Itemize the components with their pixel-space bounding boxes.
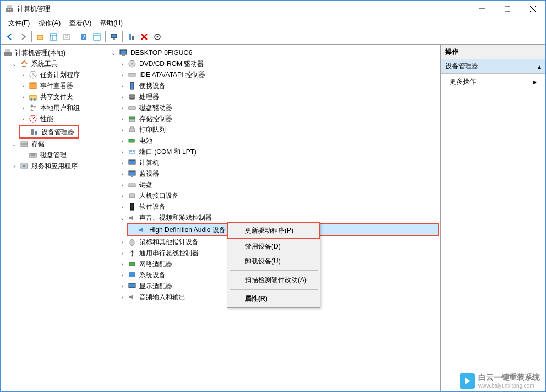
device-monitor[interactable]: ›监视器 (118, 168, 439, 179)
tree-services-apps[interactable]: › 服务和应用程序 (10, 161, 107, 172)
expander-icon[interactable]: › (19, 83, 27, 89)
collapse-arrow-icon: ▴ (538, 63, 541, 70)
up-button[interactable] (34, 31, 46, 43)
svg-rect-37 (21, 142, 28, 144)
disk-icon (29, 151, 37, 159)
minimize-button[interactable] (469, 1, 495, 17)
more-actions-link[interactable]: 更多操作 ▸ (441, 74, 545, 90)
device-ports[interactable]: ›端口 (COM 和 LPT) (118, 146, 439, 157)
close-button[interactable] (520, 1, 545, 17)
device-button[interactable] (125, 31, 137, 43)
svg-rect-57 (129, 129, 135, 132)
device-cpu[interactable]: ›处理器 (118, 91, 439, 102)
device-computer[interactable]: ›计算机 (118, 157, 439, 168)
app-icon (5, 4, 14, 13)
device-battery[interactable]: ›电池 (118, 135, 439, 146)
delete-button[interactable] (138, 31, 150, 43)
display-icon (128, 281, 136, 290)
menu-view[interactable]: 查看(V) (66, 18, 95, 29)
folder-share-icon (29, 92, 37, 101)
expander-icon[interactable]: › (19, 72, 27, 78)
device-print-queue[interactable]: ›打印队列 (118, 124, 439, 135)
tree-system-tools[interactable]: ⌄ 系统工具 (10, 58, 107, 69)
clock-icon (29, 70, 37, 79)
svg-rect-20 (113, 38, 115, 40)
actions-section[interactable]: 设备管理器 ▴ (441, 59, 545, 74)
device-hid[interactable]: ›人机接口设备 (118, 190, 439, 201)
tree-local-users[interactable]: ›本地用户和组 (19, 102, 107, 113)
expander-icon[interactable]: ⌄ (10, 61, 18, 67)
forward-button[interactable] (17, 31, 29, 43)
expander-icon[interactable]: › (19, 116, 27, 122)
expander-icon[interactable]: › (10, 163, 18, 169)
tree-shared-folders[interactable]: ›共享文件夹 (19, 91, 107, 102)
expander-icon[interactable]: ⌄ (118, 215, 126, 221)
speaker-icon (138, 225, 146, 234)
tree-disk-mgmt[interactable]: 磁盘管理 (19, 150, 107, 161)
device-software[interactable]: ›软件设备 (118, 201, 439, 212)
tree-task-scheduler[interactable]: ›任务计划程序 (19, 69, 107, 80)
tree-performance[interactable]: ›性能 (19, 113, 107, 124)
context-update-driver[interactable]: 更新驱动程序(P) (228, 223, 319, 238)
titlebar: 计算机管理 (1, 1, 545, 17)
svg-rect-66 (131, 176, 133, 177)
menu-file[interactable]: 文件(F) (5, 18, 33, 29)
context-disable[interactable]: 禁用设备(D) (228, 239, 319, 254)
menubar: 文件(F) 操作(A) 查看(V) 帮助(H) (1, 17, 545, 29)
svg-rect-61 (129, 150, 135, 153)
svg-rect-59 (129, 139, 134, 142)
expander-icon[interactable]: ⌄ (110, 50, 117, 56)
computer-mgmt-icon (3, 48, 12, 57)
maximize-button[interactable] (495, 1, 520, 17)
scan-button[interactable] (151, 31, 163, 43)
device-keyboard[interactable]: ›键盘 (118, 179, 439, 190)
svg-rect-26 (5, 49, 10, 52)
device-root[interactable]: ⌄ DESKTOP-0FIGUO6 (110, 47, 439, 58)
device-disk-drives[interactable]: ›磁盘驱动器 (118, 102, 439, 113)
context-uninstall[interactable]: 卸载设备(U) (228, 254, 319, 269)
svg-rect-8 (37, 35, 43, 40)
svg-rect-17 (94, 34, 100, 40)
svg-point-63 (133, 151, 134, 152)
left-tree-pane: 计算机管理(本地) ⌄ 系统工具 ›任务计划程序 ›事件查看器 ›共享文件夹 ›… (1, 45, 108, 391)
menu-help[interactable]: 帮助(H) (97, 18, 126, 29)
svg-rect-65 (129, 171, 135, 175)
audio-icon (128, 213, 136, 222)
help-button[interactable]: ? (78, 31, 90, 43)
menu-action[interactable]: 操作(A) (35, 18, 64, 29)
svg-rect-55 (129, 117, 135, 119)
svg-rect-19 (111, 34, 117, 38)
svg-rect-28 (30, 83, 36, 89)
tree-storage[interactable]: ⌄ 存储 (10, 139, 107, 150)
refresh-button[interactable] (91, 31, 103, 43)
monitor-icon (128, 169, 136, 178)
svg-rect-9 (50, 34, 57, 40)
tree-root-local[interactable]: 计算机管理(本地) (2, 47, 107, 58)
tree-event-viewer[interactable]: ›事件查看器 (19, 80, 107, 91)
actions-header: 操作 (441, 45, 545, 59)
users-icon (29, 103, 37, 112)
monitor-button[interactable] (108, 31, 120, 43)
device-storage-ctrl[interactable]: ›存储控制器 (118, 113, 439, 124)
context-properties[interactable]: 属性(R) (228, 291, 319, 306)
device-dvd[interactable]: ›DVD/CD-ROM 驱动器 (118, 58, 439, 69)
svg-rect-3 (10, 9, 11, 10)
device-portable[interactable]: ›便携设备 (118, 80, 439, 91)
network-icon (128, 260, 136, 268)
svg-rect-22 (132, 36, 134, 40)
storage-ctrl-icon (128, 114, 136, 123)
arrow-right-icon: ▸ (533, 78, 537, 86)
svg-rect-49 (130, 95, 134, 99)
tree-device-manager[interactable]: 设备管理器 (20, 126, 78, 137)
hid-icon (128, 191, 136, 200)
context-menu: 更新驱动程序(P) 禁用设备(D) 卸载设备(U) 扫描检测硬件改动(A) 属性… (227, 222, 320, 308)
props-button[interactable] (61, 31, 73, 43)
device-ide[interactable]: ›IDE ATA/ATAPI 控制器 (118, 69, 439, 80)
back-button[interactable] (4, 31, 16, 43)
expander-icon[interactable]: ⌄ (10, 141, 18, 147)
svg-rect-73 (129, 272, 135, 277)
expander-icon[interactable]: › (19, 105, 27, 111)
view-button[interactable] (47, 31, 59, 43)
context-scan[interactable]: 扫描检测硬件改动(A) (228, 273, 319, 288)
expander-icon[interactable]: › (19, 94, 27, 100)
